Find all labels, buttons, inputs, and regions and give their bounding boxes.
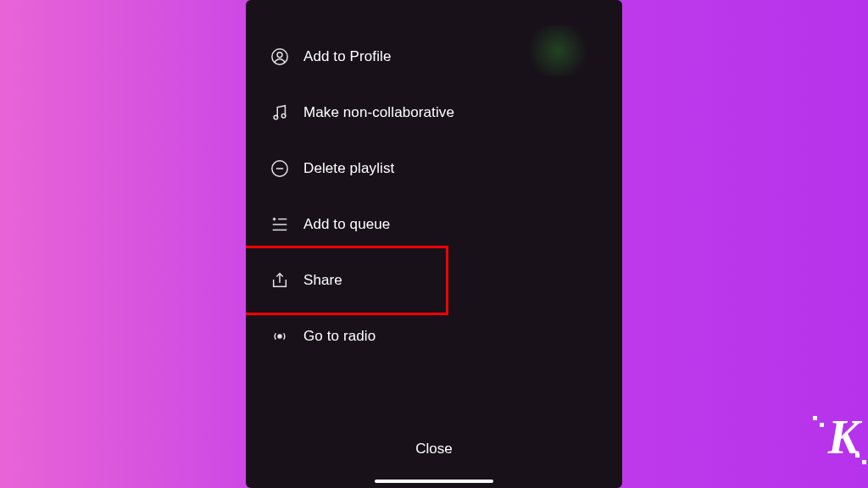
menu-item-truncated[interactable]: hidden	[246, 0, 622, 29]
menu-item-share[interactable]: Share	[246, 252, 622, 308]
menu-item-label: Make non-collaborative	[303, 104, 454, 121]
music-note-icon	[270, 103, 290, 123]
svg-point-2	[277, 53, 282, 58]
phone-screen: hidden Add to Profile Make non-collabora…	[246, 0, 622, 488]
menu-item-label: Go to radio	[303, 328, 376, 345]
svg-point-4	[281, 114, 286, 118]
menu-item-label: Delete playlist	[303, 160, 394, 177]
watermark-logo: K	[828, 410, 858, 464]
menu-item-delete-playlist[interactable]: Delete playlist	[246, 141, 622, 197]
menu-item-go-to-radio[interactable]: Go to radio	[246, 308, 622, 364]
watermark-dot	[862, 460, 866, 464]
watermark-dot	[855, 453, 860, 458]
close-button[interactable]: Close	[398, 430, 469, 468]
context-menu: hidden Add to Profile Make non-collabora…	[246, 0, 622, 364]
watermark-dot	[820, 423, 824, 427]
menu-item-label: Add to Profile	[303, 48, 391, 65]
menu-item-add-to-profile[interactable]: Add to Profile	[246, 29, 622, 85]
share-icon	[270, 270, 290, 291]
svg-point-12	[278, 335, 281, 338]
home-indicator[interactable]	[375, 480, 493, 483]
close-area: Close	[246, 430, 622, 468]
radio-icon	[270, 326, 290, 347]
menu-item-make-non-collaborative[interactable]: Make non-collaborative	[246, 85, 622, 141]
menu-item-label: Add to queue	[303, 216, 390, 233]
profile-icon	[270, 47, 290, 67]
menu-item-add-to-queue[interactable]: Add to queue	[246, 197, 622, 252]
watermark-dot	[813, 416, 817, 420]
queue-icon	[270, 214, 290, 235]
menu-item-label: Share	[303, 272, 342, 289]
minus-circle-icon	[270, 158, 290, 179]
svg-point-3	[274, 115, 278, 119]
